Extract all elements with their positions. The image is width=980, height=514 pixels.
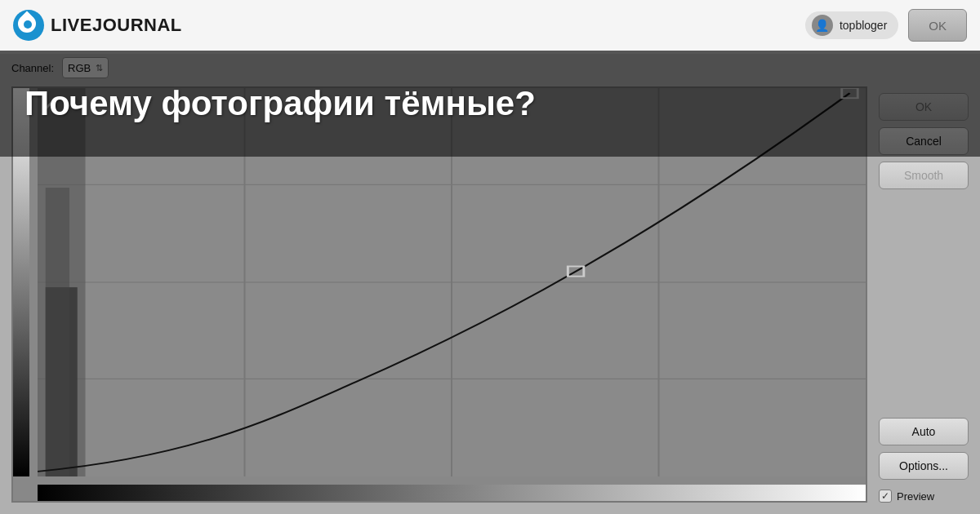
curve-svg[interactable] [38, 88, 866, 476]
preview-checkbox[interactable]: ✓ [879, 490, 892, 503]
channel-row: Channel: RGB ⇅ [11, 54, 867, 82]
user-icon: 👤 [812, 15, 833, 36]
cancel-button[interactable]: Cancel [879, 127, 969, 155]
channel-label: Channel: [11, 62, 54, 74]
bottom-gradient-bar [38, 485, 866, 501]
auto-button[interactable]: Auto [879, 418, 969, 445]
left-gradient-bar [13, 88, 29, 476]
button-spacer [879, 196, 969, 411]
lj-user-area[interactable]: 👤 topbloger [805, 11, 898, 39]
channel-value: RGB [68, 62, 91, 74]
top-spacer [879, 54, 969, 86]
lj-logo-text: LIVEJOURNAL [51, 15, 182, 36]
curve-canvas[interactable] [11, 86, 867, 503]
lj-logo-area[interactable]: LIVEJOURNAL [13, 10, 182, 41]
preview-label: Preview [897, 490, 934, 503]
curve-grid[interactable] [38, 88, 866, 476]
curves-dialog: Curves Preset: Custom ⇅ Channel: RGB ⇅ [0, 0, 980, 514]
options-button[interactable]: Options... [879, 452, 969, 480]
smooth-button[interactable]: Smooth [879, 162, 969, 189]
ok-button[interactable]: OK [879, 93, 969, 121]
svg-rect-8 [46, 188, 69, 476]
curve-panel: Channel: RGB ⇅ [11, 54, 867, 503]
channel-dropdown[interactable]: RGB ⇅ [62, 57, 109, 78]
lj-logo-icon [13, 10, 44, 41]
buttons-panel: OK Cancel Smooth Auto Options... ✓ Previ… [879, 54, 969, 503]
lj-header: LIVEJOURNAL 👤 topbloger OK [0, 0, 980, 51]
main-area: Channel: RGB ⇅ [0, 54, 980, 514]
lj-ok-button[interactable]: OK [908, 9, 967, 42]
lj-username: topbloger [840, 19, 887, 32]
chevron-down-icon: ⇅ [96, 63, 103, 73]
preview-row: ✓ Preview [879, 490, 969, 503]
pencil-icon [42, 96, 58, 117]
